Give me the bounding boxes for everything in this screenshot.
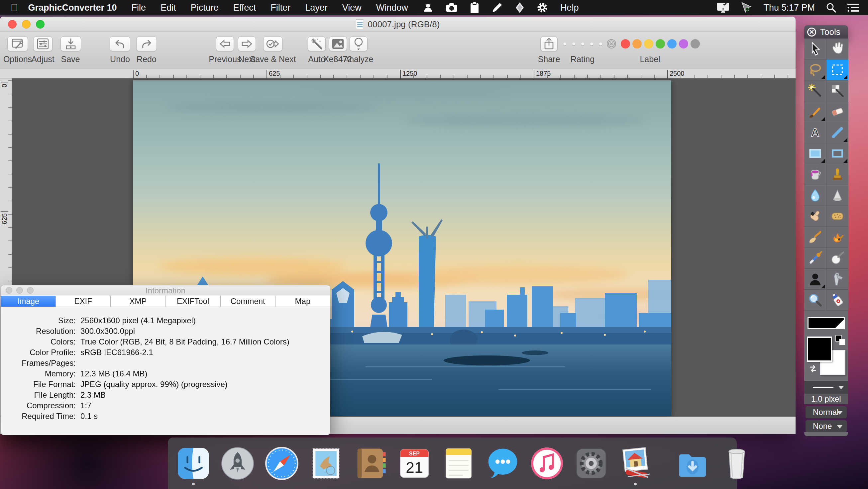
close-icon[interactable]: ✕ [807, 28, 816, 37]
swap-colors-icon[interactable] [808, 364, 818, 375]
next-button[interactable] [238, 37, 256, 51]
text-tool[interactable]: A [804, 122, 826, 143]
label-blue-button[interactable] [667, 39, 677, 48]
rating-dot-1[interactable] [563, 42, 566, 45]
menu-picture[interactable]: Picture [191, 3, 219, 13]
menu-layer[interactable]: Layer [305, 3, 328, 13]
dock-item-safari[interactable] [264, 446, 300, 481]
display-icon[interactable] [717, 2, 730, 13]
burn-tool[interactable] [827, 227, 848, 248]
share-button[interactable] [540, 37, 558, 51]
apple-menu[interactable]:  [11, 2, 18, 13]
analyze-button[interactable] [350, 37, 368, 51]
transparent-wand-tool[interactable] [827, 80, 848, 101]
sharpen-cone-tool[interactable] [827, 185, 848, 206]
clipboard-menu-icon[interactable] [470, 2, 479, 13]
dock-item-mail[interactable] [308, 446, 344, 481]
rectangular-selection-tool[interactable] [827, 60, 848, 80]
undo-button[interactable] [110, 37, 130, 51]
remote-cursor-icon[interactable] [741, 2, 752, 13]
label-red-button[interactable] [621, 39, 630, 48]
sponge-tool[interactable] [827, 206, 848, 227]
adjust-button[interactable] [33, 37, 53, 51]
spray-menu-icon[interactable] [515, 2, 524, 13]
dock-item-finder[interactable] [176, 446, 211, 481]
stamp-tool[interactable] [827, 164, 848, 185]
notification-center-icon[interactable] [847, 3, 859, 12]
caliper-tool[interactable] [827, 269, 848, 289]
user-menu-icon[interactable] [423, 2, 433, 13]
pattern-swatch[interactable] [808, 317, 845, 329]
dock-item-system-preferences[interactable] [574, 446, 609, 481]
clock[interactable]: Thu 5:17 PM [763, 3, 815, 13]
save-button[interactable] [60, 37, 81, 51]
tab-comment[interactable]: Comment [221, 296, 276, 307]
horizontal-ruler[interactable]: 0 625 1250 1875 2500 [0, 69, 796, 78]
label-purple-button[interactable] [679, 39, 688, 48]
waterdrop-blur-tool[interactable] [804, 185, 826, 206]
tab-map[interactable]: Map [276, 296, 330, 307]
options-button[interactable] [7, 37, 28, 51]
save-next-button[interactable] [263, 37, 282, 51]
rating-dot-5[interactable] [599, 42, 602, 45]
menu-file[interactable]: File [132, 3, 146, 13]
label-none-button[interactable] [607, 39, 616, 48]
menu-filter[interactable]: Filter [271, 3, 290, 13]
label-green-button[interactable] [656, 39, 665, 48]
retouch-tool[interactable] [827, 248, 848, 268]
previous-button[interactable] [216, 37, 234, 51]
menu-help[interactable]: Help [560, 3, 579, 13]
dock-item-contacts[interactable] [352, 446, 388, 481]
eraser-tool[interactable] [827, 101, 848, 122]
annotate-menu-icon[interactable] [492, 2, 502, 13]
foreground-color-swatch[interactable] [807, 336, 832, 362]
rating-dot-3[interactable] [581, 42, 584, 45]
label-gray-button[interactable] [690, 39, 700, 48]
dock-item-itunes[interactable] [529, 446, 565, 481]
label-yellow-button[interactable] [644, 39, 653, 48]
tab-xmp[interactable]: XMP [111, 296, 165, 307]
tab-image[interactable]: Image [1, 296, 56, 307]
dock-item-trash[interactable] [719, 446, 754, 481]
glue-tool[interactable] [827, 290, 848, 310]
xe8472-button[interactable] [329, 37, 347, 51]
line-tool[interactable] [827, 122, 848, 143]
menu-effect[interactable]: Effect [233, 3, 256, 13]
smudge-finger-tool[interactable] [804, 206, 826, 227]
filled-rectangle-tool[interactable] [804, 143, 826, 164]
lasso-tool[interactable] [804, 60, 826, 80]
menu-view[interactable]: View [342, 3, 362, 13]
zoom-tool[interactable] [804, 290, 826, 310]
eyedropper-tool[interactable] [804, 248, 826, 268]
magic-wand-tool[interactable] [804, 80, 826, 101]
dock-item-calendar[interactable]: SEP21 [397, 446, 432, 481]
dock-item-graphicconverter[interactable] [618, 446, 653, 481]
window-title-bar[interactable]: 00007.jpg (RGB/8) [0, 17, 796, 32]
rating-dot-2[interactable] [572, 42, 575, 45]
dust-brush-tool[interactable] [804, 227, 826, 248]
default-colors-icon[interactable] [835, 335, 845, 345]
silhouette-tool[interactable] [804, 269, 826, 289]
spotlight-search-icon[interactable] [826, 3, 836, 12]
hand-tool[interactable] [827, 38, 848, 59]
dock-item-launchpad[interactable] [220, 446, 255, 481]
camera-menu-icon[interactable] [446, 3, 457, 12]
tab-exif[interactable]: EXIF [56, 296, 111, 307]
gear-menu-icon[interactable] [537, 2, 548, 13]
dock-item-messages[interactable] [485, 446, 520, 481]
rating-dot-4[interactable] [590, 42, 593, 45]
menu-edit[interactable]: Edit [160, 3, 176, 13]
menu-window[interactable]: Window [376, 3, 408, 13]
line-width-selector[interactable] [804, 381, 848, 394]
label-orange-button[interactable] [632, 39, 642, 48]
dock-item-downloads[interactable] [675, 446, 710, 481]
selection-mode-dropdown[interactable]: None [806, 420, 847, 432]
move-tool[interactable] [804, 38, 826, 59]
brush-tool[interactable] [804, 101, 826, 122]
paint-bucket-tool[interactable] [804, 164, 826, 185]
tab-exiftool[interactable]: EXIFTool [166, 296, 221, 307]
auto-button[interactable] [308, 37, 326, 51]
tools-palette-title-bar[interactable]: ✕ Tools [804, 25, 848, 38]
blend-mode-dropdown[interactable]: Normal [806, 406, 847, 418]
rectangle-tool[interactable] [827, 143, 848, 164]
